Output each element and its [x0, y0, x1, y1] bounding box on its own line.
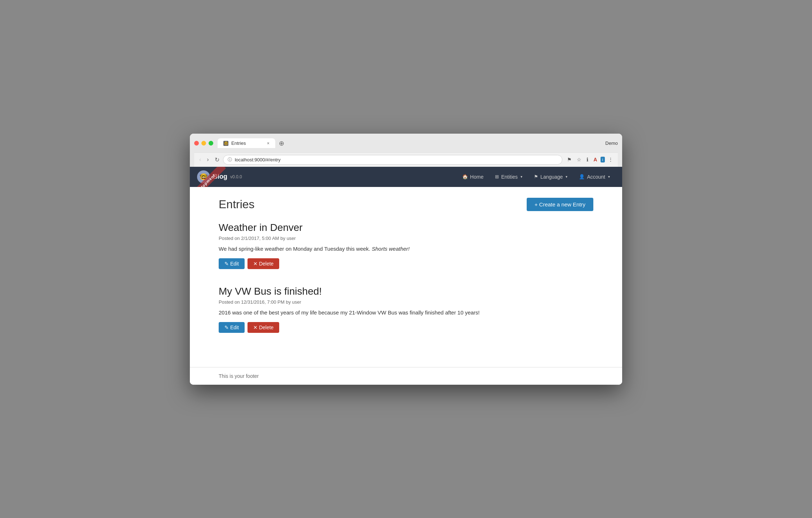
navbar-logo: 🤓	[197, 170, 210, 183]
menu-icon[interactable]: ⋮	[606, 155, 615, 164]
page-title: Entries	[219, 198, 255, 211]
nav-account-label: Account	[587, 174, 605, 180]
close-button[interactable]	[194, 141, 199, 146]
nav-home[interactable]: 🏠 Home	[457, 171, 488, 183]
create-entry-button[interactable]: + Create a new Entry	[527, 198, 593, 211]
browser-window: 🤓 Entries × ⊕ Demo ‹ › ↻ ⓘ ⚑ ☆ ℹ A i	[190, 134, 622, 385]
account-dropdown-arrow: ▾	[608, 175, 610, 179]
tab-title: Entries	[231, 140, 246, 146]
nav-account[interactable]: 👤 Account ▾	[574, 171, 615, 183]
info-icon: ⓘ	[228, 157, 232, 163]
language-icon: ⚑	[534, 174, 538, 179]
refresh-button[interactable]: ↻	[213, 155, 222, 165]
toolbar-actions: ⚑ ☆ ℹ A i ⋮	[565, 155, 615, 164]
navbar-brand[interactable]: 🤓 Blog v0.0.0	[197, 170, 242, 183]
entry-body-text: We had spring-like weather on Monday and…	[219, 246, 372, 252]
browser-titlebar: 🤓 Entries × ⊕ Demo	[194, 137, 618, 149]
maximize-button[interactable]	[209, 141, 213, 146]
edit-button[interactable]: ✎ Edit	[219, 322, 245, 333]
entry-item: Weather in Denver Posted on 2/1/2017, 5:…	[219, 222, 593, 273]
language-dropdown-arrow: ▾	[566, 175, 567, 179]
delete-button[interactable]: ✕ Delete	[247, 258, 279, 269]
home-icon: 🏠	[462, 174, 468, 179]
entry-body-italic: Shorts weather!	[372, 246, 410, 252]
browser-toolbar: ‹ › ↻ ⓘ ⚑ ☆ ℹ A i ⋮	[194, 152, 618, 167]
address-bar[interactable]: ⓘ	[223, 155, 563, 165]
bookmark-list-icon[interactable]: ⚑	[565, 155, 574, 164]
nav-language[interactable]: ⚑ Language ▾	[529, 171, 572, 183]
demo-label: Demo	[605, 140, 618, 146]
navbar-nav: 🏠 Home ⊞ Entities ▾ ⚑ Language ▾ 👤 Accou…	[457, 171, 615, 183]
page-header: Entries + Create a new Entry	[219, 198, 593, 211]
back-button[interactable]: ‹	[197, 155, 203, 164]
entry-title: My VW Bus is finished!	[219, 286, 593, 297]
nav-home-label: Home	[470, 174, 483, 180]
extension-icon[interactable]: i	[601, 157, 605, 162]
delete-button[interactable]: ✕ Delete	[247, 322, 279, 333]
nav-entities-label: Entities	[501, 174, 518, 180]
entities-icon: ⊞	[495, 174, 499, 179]
browser-chrome: 🤓 Entries × ⊕ Demo ‹ › ↻ ⓘ ⚑ ☆ ℹ A i	[190, 134, 622, 167]
navbar: Development 🤓 Blog v0.0.0 🏠 Home ⊞ Entit…	[190, 167, 622, 187]
entry-item: My VW Bus is finished! Posted on 12/31/2…	[219, 286, 593, 336]
reader-icon[interactable]: A	[592, 155, 599, 164]
info-circle-icon[interactable]: ℹ	[585, 155, 590, 164]
star-icon[interactable]: ☆	[575, 155, 583, 164]
browser-tabs: 🤓 Entries × ⊕	[218, 137, 618, 149]
new-tab-button[interactable]: ⊕	[275, 137, 288, 149]
window-controls	[194, 141, 213, 146]
forward-button[interactable]: ›	[205, 155, 211, 164]
active-tab[interactable]: 🤓 Entries ×	[218, 138, 275, 148]
brand-version: v0.0.0	[230, 174, 242, 179]
entry-actions: ✎ Edit ✕ Delete	[219, 322, 593, 333]
brand-name: Blog	[213, 173, 227, 180]
app-content: Development 🤓 Blog v0.0.0 🏠 Home ⊞ Entit…	[190, 167, 622, 385]
entry-body: 2016 was one of the best years of my lif…	[219, 308, 593, 317]
account-icon: 👤	[579, 174, 585, 179]
footer-text: This is your footer	[219, 373, 259, 379]
minimize-button[interactable]	[201, 141, 206, 146]
nav-entities[interactable]: ⊞ Entities ▾	[490, 171, 527, 183]
entities-dropdown-arrow: ▾	[521, 175, 522, 179]
entry-actions: ✎ Edit ✕ Delete	[219, 258, 593, 269]
url-input[interactable]	[235, 157, 558, 162]
tab-favicon: 🤓	[223, 141, 228, 146]
entry-meta: Posted on 12/31/2016, 7:00 PM by user	[219, 299, 593, 305]
app-footer: This is your footer	[190, 367, 622, 385]
entry-title: Weather in Denver	[219, 222, 593, 233]
entry-body-text: 2016 was one of the best years of my lif…	[219, 309, 480, 316]
entry-meta: Posted on 2/1/2017, 5:00 AM by user	[219, 236, 593, 241]
edit-button[interactable]: ✎ Edit	[219, 258, 245, 269]
main-content: Entries + Create a new Entry Weather in …	[190, 187, 622, 367]
tab-close-icon[interactable]: ×	[267, 141, 269, 146]
entry-body: We had spring-like weather on Monday and…	[219, 245, 593, 253]
nav-language-label: Language	[540, 174, 563, 180]
